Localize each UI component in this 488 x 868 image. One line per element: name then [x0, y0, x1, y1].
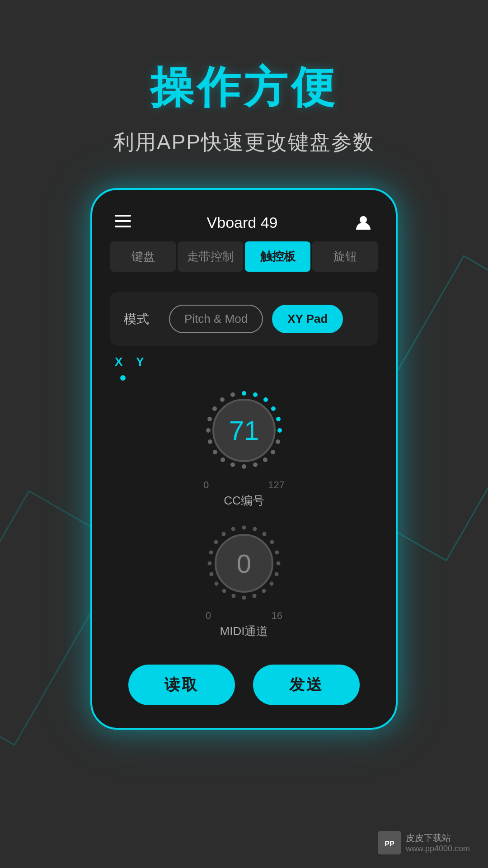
y-label: Y [136, 355, 144, 369]
hero-subtitle: 利用APP快速更改键盘参数 [113, 128, 375, 156]
midi-channel-range: 0 16 [201, 610, 287, 622]
svg-point-6 [263, 397, 268, 402]
mode-xy-pad[interactable]: XY Pad [272, 305, 343, 333]
midi-channel-value: 0 [237, 548, 251, 579]
app-title: Vboard 49 [207, 214, 278, 231]
divider [110, 281, 378, 281]
x-label: X [115, 355, 122, 369]
svg-point-35 [232, 594, 236, 598]
watermark-site-name: 皮皮下载站 [406, 832, 470, 844]
midi-channel-knob-inner: 0 [215, 534, 273, 593]
midi-min: 0 [206, 610, 211, 622]
svg-point-34 [242, 596, 246, 600]
svg-point-3 [360, 216, 367, 223]
mode-label: 模式 [124, 311, 155, 328]
midi-channel-label: MIDI通道 [220, 623, 268, 639]
svg-point-33 [253, 594, 257, 598]
cc-number-value: 71 [229, 415, 259, 446]
svg-rect-2 [115, 226, 131, 227]
svg-point-39 [208, 561, 212, 566]
svg-point-25 [253, 527, 257, 531]
svg-point-27 [270, 540, 274, 544]
svg-point-42 [222, 532, 226, 536]
cc-number-label: CC编号 [224, 493, 264, 509]
svg-point-40 [209, 551, 213, 555]
svg-point-41 [214, 540, 218, 544]
svg-point-18 [208, 439, 212, 444]
svg-point-13 [253, 462, 258, 467]
tab-knob[interactable]: 旋钮 [312, 241, 378, 272]
read-button[interactable]: 读取 [128, 665, 235, 705]
cc-number-knob[interactable]: 71 [199, 385, 289, 476]
tab-keyboard[interactable]: 键盘 [110, 241, 176, 272]
svg-point-5 [253, 392, 258, 397]
bottom-action-buttons: 读取 发送 [106, 651, 382, 710]
midi-channel-knob[interactable]: 0 [201, 520, 287, 606]
svg-point-36 [222, 589, 226, 593]
svg-point-17 [213, 450, 217, 454]
svg-rect-0 [115, 215, 131, 217]
svg-point-38 [210, 572, 214, 576]
phone-mockup: Vboard 49 键盘 走带控制 触控板 旋钮 模式 Pitch & Mod … [90, 188, 398, 730]
mode-section: 模式 Pitch & Mod XY Pad [110, 292, 378, 346]
svg-point-30 [275, 572, 279, 576]
svg-point-26 [263, 532, 267, 536]
svg-point-21 [212, 406, 217, 411]
watermark-icon: PP [378, 831, 401, 854]
svg-point-7 [271, 406, 276, 411]
mode-pitch-mod[interactable]: Pitch & Mod [169, 305, 263, 333]
svg-point-37 [215, 582, 219, 586]
midi-channel-knob-section: 0 0 16 MIDI通道 [106, 520, 382, 646]
svg-point-4 [242, 391, 246, 396]
svg-point-15 [230, 462, 235, 467]
svg-point-20 [207, 417, 212, 421]
svg-point-24 [242, 526, 246, 530]
svg-point-28 [275, 551, 279, 555]
watermark-url: www.pp4000.com [406, 844, 470, 854]
cc-number-knob-section: 71 0 127 CC编号 [106, 385, 382, 516]
tab-bar: 键盘 走带控制 触控板 旋钮 [106, 241, 382, 272]
svg-point-23 [230, 392, 235, 397]
xy-dot-indicator [120, 375, 126, 381]
cc-number-knob-inner: 71 [212, 399, 276, 462]
mode-buttons: Pitch & Mod XY Pad [169, 305, 343, 333]
xy-section: X Y [106, 355, 382, 373]
svg-point-16 [221, 458, 225, 462]
svg-text:PP: PP [385, 840, 394, 848]
tab-transport[interactable]: 走带控制 [178, 241, 243, 272]
svg-point-19 [206, 428, 211, 433]
svg-point-8 [276, 417, 281, 421]
watermark: PP 皮皮下载站 www.pp4000.com [378, 831, 470, 854]
svg-rect-1 [115, 220, 131, 222]
menu-icon[interactable] [115, 214, 131, 231]
svg-point-11 [271, 450, 275, 454]
svg-point-10 [276, 439, 280, 444]
svg-point-43 [231, 527, 235, 531]
svg-point-31 [270, 582, 274, 586]
tab-touchpad[interactable]: 触控板 [245, 241, 310, 272]
svg-point-29 [277, 561, 281, 566]
svg-point-22 [220, 397, 225, 402]
cc-max: 127 [268, 479, 285, 491]
app-header: Vboard 49 [106, 208, 382, 241]
svg-point-12 [263, 458, 267, 462]
midi-max: 16 [272, 610, 282, 622]
svg-point-14 [242, 464, 246, 469]
svg-point-9 [277, 428, 282, 433]
profile-button[interactable] [353, 212, 373, 232]
send-button[interactable]: 发送 [253, 665, 360, 705]
svg-point-32 [262, 589, 266, 593]
hero-title: 操作方便 [150, 59, 338, 118]
cc-number-range: 0 127 [199, 479, 289, 491]
watermark-text: 皮皮下载站 www.pp4000.com [406, 832, 470, 854]
cc-min: 0 [203, 479, 209, 491]
